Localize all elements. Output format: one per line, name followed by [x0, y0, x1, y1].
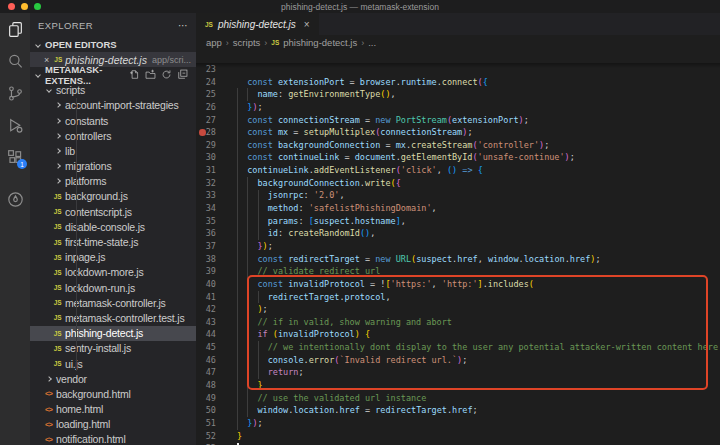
tree-item[interactable]: JSdisable-console.js [30, 219, 196, 234]
file-label: loading.html [56, 418, 110, 430]
tab-phishing-detect[interactable]: JS phishing-detect.js × [196, 13, 319, 35]
extensions-badge: 1 [17, 159, 27, 169]
run-debug-icon[interactable] [0, 109, 30, 141]
code-line[interactable]: 32 backgroundConnection.write({ [196, 177, 720, 190]
tree-item[interactable]: <>home.html [30, 402, 196, 417]
line-number[interactable]: 45 [196, 341, 216, 354]
code-line[interactable]: 35 params: [suspect.hostname], [196, 215, 720, 228]
breadcrumb-item[interactable]: scripts [233, 37, 260, 48]
code-text: } [216, 430, 242, 443]
annotation-highlight-box [247, 275, 708, 390]
breadcrumb-item[interactable]: JSphishing-detect.js [271, 37, 357, 48]
line-number[interactable]: 31 [196, 164, 216, 177]
tree-item[interactable]: JSbackground.js [30, 189, 196, 204]
code-line[interactable]: 38 const redirectTarget = new URL(suspec… [196, 253, 720, 266]
extensions-icon[interactable]: 1 [0, 141, 30, 173]
line-number[interactable]: 32 [196, 177, 216, 190]
tree-item[interactable]: constants [30, 113, 196, 128]
tree-item[interactable]: scripts [30, 83, 196, 98]
new-folder-icon[interactable] [145, 69, 156, 80]
js-icon: JS [52, 314, 63, 321]
tree-item[interactable]: controllers [30, 128, 196, 143]
tree-item[interactable]: <>loading.html [30, 417, 196, 432]
tree-item[interactable]: JSfirst-time-state.js [30, 234, 196, 249]
tree-item[interactable]: lib [30, 143, 196, 158]
code-line[interactable]: 24 const extensionPort = browser.runtime… [196, 76, 720, 89]
tree-item[interactable]: platforms [30, 174, 196, 189]
line-number[interactable]: 40 [196, 278, 216, 291]
code-line[interactable]: 37 }); [196, 240, 720, 253]
tree-item[interactable]: account-import-strategies [30, 98, 196, 113]
code-line[interactable]: 36 id: createRandomId(), [196, 227, 720, 240]
file-label: home.html [56, 403, 103, 415]
line-number[interactable]: 36 [196, 227, 216, 240]
line-number[interactable]: 38 [196, 253, 216, 266]
tree-item[interactable]: JSmetamask-controller.test.js [30, 310, 196, 325]
code-line[interactable]: 31 continueLink.addEventListener('click'… [196, 164, 720, 177]
line-number[interactable]: 29 [196, 139, 216, 152]
line-number[interactable]: 42 [196, 303, 216, 316]
breadcrumb-item[interactable]: ... [368, 37, 376, 48]
line-number[interactable]: 33 [196, 189, 216, 202]
code-line[interactable]: 34 method: 'safelistPhishingDomain', [196, 202, 720, 215]
line-number[interactable]: 49 [196, 392, 216, 405]
code-line[interactable]: 28 const mx = setupMultiplex(connectionS… [196, 126, 720, 139]
breakpoint-icon[interactable] [199, 129, 206, 136]
tree-item[interactable]: vendor [30, 371, 196, 386]
tree-item[interactable]: migrations [30, 159, 196, 174]
line-number[interactable]: 43 [196, 316, 216, 329]
line-number[interactable]: 51 [196, 417, 216, 430]
tree-item[interactable]: JSui.js [30, 356, 196, 371]
line-number[interactable]: 27 [196, 114, 216, 127]
tree-item[interactable]: <>background.html [30, 386, 196, 401]
line-number[interactable]: 30 [196, 151, 216, 164]
line-number[interactable]: 24 [196, 76, 216, 89]
tree-item[interactable]: <>notification.html [30, 432, 196, 445]
code-line[interactable]: 49 // use the validated url instance [196, 392, 720, 405]
tree-item[interactable]: JSsentry-install.js [30, 341, 196, 356]
line-number[interactable]: 41 [196, 291, 216, 304]
line-number[interactable]: 25 [196, 88, 216, 101]
tree-item[interactable]: JSmetamask-controller.js [30, 295, 196, 310]
line-number[interactable]: 44 [196, 328, 216, 341]
code-line[interactable]: 27 const connectionStream = new PortStre… [196, 114, 720, 127]
code-line[interactable]: 29 const backgroundConnection = mx.creat… [196, 139, 720, 152]
refresh-icon[interactable] [161, 69, 172, 80]
collapse-all-icon[interactable] [177, 69, 188, 80]
line-number[interactable]: 50 [196, 404, 216, 417]
line-number[interactable]: 48 [196, 379, 216, 392]
line-number[interactable]: 37 [196, 240, 216, 253]
breadcrumb-item[interactable]: app [206, 37, 222, 48]
new-file-icon[interactable] [129, 69, 140, 80]
line-number[interactable]: 39 [196, 265, 216, 278]
line-number[interactable]: 26 [196, 101, 216, 114]
more-actions-icon[interactable]: ⋯ [178, 20, 188, 31]
line-number[interactable]: 47 [196, 366, 216, 379]
breadcrumb-separator-icon: › [361, 38, 364, 48]
code-text: }); [216, 417, 263, 430]
workspace-header[interactable]: METAMASK-EXTENS... [30, 67, 196, 82]
tree-item[interactable]: JSlockdown-run.js [30, 280, 196, 295]
close-tab-icon[interactable]: × [304, 19, 310, 30]
tree-item[interactable]: JSphishing-detect.js [30, 326, 196, 341]
source-control-icon[interactable] [0, 77, 30, 109]
tree-item[interactable]: JScontentscript.js [30, 204, 196, 219]
line-number[interactable]: 46 [196, 354, 216, 367]
open-editors-header[interactable]: OPEN EDITORS [30, 37, 196, 52]
code-line[interactable]: 30 const continueLink = document.getElem… [196, 151, 720, 164]
code-line[interactable]: 51 }); [196, 417, 720, 430]
code-line[interactable]: 25 name: getEnvironmentType(), [196, 88, 720, 101]
explorer-icon[interactable] [0, 13, 30, 45]
code-line[interactable]: 33 jsonrpc: '2.0', [196, 189, 720, 202]
activity-bar: 1 [0, 13, 30, 445]
search-icon[interactable] [0, 45, 30, 77]
tree-item[interactable]: JSinpage.js [30, 250, 196, 265]
code-line[interactable]: 26 }); [196, 101, 720, 114]
line-number[interactable]: 35 [196, 215, 216, 228]
mic-extension-icon[interactable] [0, 183, 30, 215]
line-number[interactable]: 34 [196, 202, 216, 215]
code-line[interactable]: 50 window.location.href = redirectTarget… [196, 404, 720, 417]
tree-item[interactable]: JSlockdown-more.js [30, 265, 196, 280]
line-number[interactable]: 52 [196, 430, 216, 443]
code-line[interactable]: 52} [196, 430, 720, 443]
